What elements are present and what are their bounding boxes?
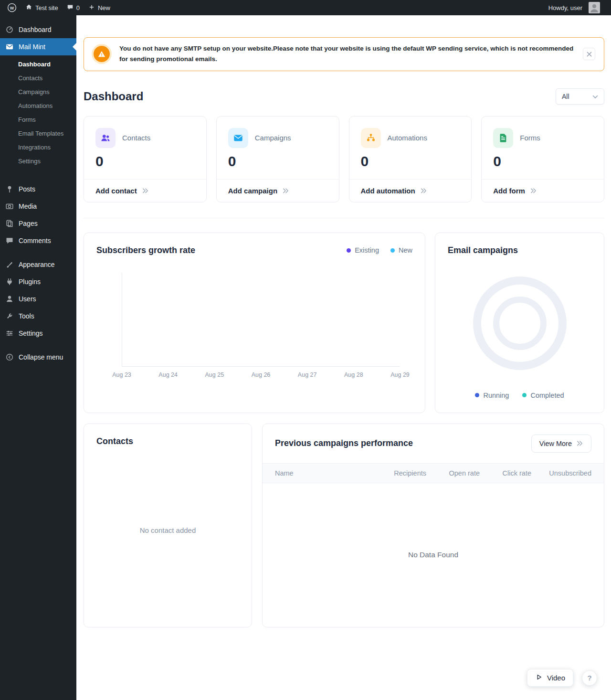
sidebar-item-comments[interactable]: Comments (0, 232, 76, 249)
sidebar-item-collapse-menu[interactable]: Collapse menu (0, 349, 76, 366)
new-label: New (98, 4, 110, 11)
sidebar-subitem-dashboard[interactable]: Dashboard (0, 57, 76, 71)
x-axis-label: Aug 26 (252, 371, 271, 378)
email-campaigns-donut (473, 276, 567, 370)
campaigns-table-header: Name Recipients Open rate Click rate Uns… (263, 463, 604, 483)
sidebar-item-media[interactable]: Media (0, 198, 76, 215)
sidebar-subitem-campaigns[interactable]: Campaigns (0, 85, 76, 99)
admin-bar-comments[interactable]: 0 (63, 0, 84, 15)
tools-icon (5, 311, 14, 321)
subscribers-growth-card: Subscribers growth rate Existing New (84, 233, 425, 413)
close-icon[interactable] (583, 48, 595, 60)
sidebar-item-users[interactable]: Users (0, 290, 76, 308)
wp-admin-bar: W Test site 0 New Howdy, user (0, 0, 611, 15)
stat-action-label: Add form (493, 187, 525, 195)
legend-label: Running (483, 392, 509, 399)
stat-card-forms: Forms 0 Add form (481, 116, 604, 202)
sidebar-subitem-settings[interactable]: Settings (0, 154, 76, 168)
sidebar-item-settings[interactable]: Settings (0, 325, 76, 342)
growth-chart-legend: Existing New (347, 246, 412, 254)
column-header-open-rate: Open rate (426, 469, 480, 477)
legend-dot (390, 248, 395, 253)
sidebar-item-dashboard[interactable]: Dashboard (0, 21, 76, 38)
sidebar-subitem-integrations[interactable]: Integrations (0, 140, 76, 154)
email-campaigns-card: Email campaigns Running Completed (435, 233, 604, 413)
x-axis-label: Aug 25 (205, 371, 224, 378)
sidebar-item-tools[interactable]: Tools (0, 308, 76, 325)
help-button[interactable]: ? (582, 670, 597, 686)
add-automation-button[interactable]: Add automation (349, 179, 472, 202)
play-icon (535, 673, 543, 682)
column-header-name: Name (275, 469, 374, 477)
sidebar-item-mail-mint[interactable]: Mail Mint (0, 38, 76, 55)
legend-dot (347, 248, 351, 253)
legend-item-new: New (390, 246, 412, 254)
plus-icon (88, 4, 95, 12)
column-header-recipients: Recipients (374, 469, 426, 477)
column-header-unsubscribed: Unsubscribed (531, 469, 591, 477)
sidebar-item-posts[interactable]: Posts (0, 180, 76, 198)
contacts-empty-state: No contact added (96, 446, 239, 615)
menu-separator (0, 342, 76, 349)
notice-text: You do not have any SMTP setup on your w… (119, 43, 575, 65)
sidebar-item-label: Tools (19, 312, 34, 320)
collapse-icon (5, 352, 14, 362)
admin-bar-account[interactable]: Howdy, user (544, 0, 604, 15)
legend-item-existing: Existing (347, 246, 379, 254)
stat-card-contacts: Contacts 0 Add contact (84, 116, 207, 202)
add-campaign-button[interactable]: Add campaign (217, 179, 339, 202)
double-chevron-icon (530, 188, 537, 194)
email-campaigns-title: Email campaigns (448, 245, 518, 255)
sidebar-item-plugins[interactable]: Plugins (0, 273, 76, 290)
users-icon (5, 294, 14, 304)
howdy-text: Howdy, user (548, 4, 582, 11)
svg-text:W: W (10, 6, 14, 11)
admin-bar-new[interactable]: New (84, 0, 115, 15)
growth-chart-plot-area (122, 273, 400, 367)
double-chevron-icon (576, 440, 583, 446)
pages-icon (5, 219, 14, 228)
stat-label: Forms (520, 134, 540, 142)
settings-icon (5, 329, 14, 338)
sidebar-subitem-automations[interactable]: Automations (0, 99, 76, 113)
view-more-button[interactable]: View More (531, 435, 591, 453)
x-axis-label: Aug 28 (344, 371, 363, 378)
contacts-card-title: Contacts (96, 436, 239, 446)
main-content: You do not have any SMTP setup on your w… (76, 15, 611, 700)
legend-label: Completed (530, 392, 564, 399)
growth-chart-title: Subscribers growth rate (96, 245, 195, 255)
charts-row: Subscribers growth rate Existing New (84, 233, 604, 413)
sidebar-subitem-forms[interactable]: Forms (0, 113, 76, 127)
legend-item-completed: Completed (522, 392, 564, 399)
sidebar-subitem-email-templates[interactable]: Email Templates (0, 127, 76, 140)
admin-bar-site-link[interactable]: Test site (21, 0, 63, 15)
menu-separator (0, 174, 76, 180)
sidebar-item-label: Comments (19, 237, 51, 244)
forms-icon (493, 128, 513, 148)
add-contact-button[interactable]: Add contact (84, 179, 206, 202)
view-more-label: View More (539, 440, 572, 447)
legend-dot (522, 393, 527, 397)
column-header-click-rate: Click rate (480, 469, 531, 477)
sidebar-subitem-contacts[interactable]: Contacts (0, 71, 76, 85)
x-axis-label: Aug 24 (158, 371, 178, 378)
bottom-row: Contacts No contact added Previous campa… (84, 424, 604, 627)
dashboard-filter-select[interactable]: All (556, 88, 604, 105)
stat-action-label: Add campaign (228, 187, 277, 195)
add-form-button[interactable]: Add form (482, 179, 604, 202)
stats-row: Contacts 0 Add contact Campaigns (84, 116, 604, 202)
stat-value: 0 (95, 154, 195, 169)
page-header: Dashboard All (84, 88, 604, 105)
dashboard-icon (5, 25, 14, 34)
wordpress-logo-icon[interactable]: W (3, 0, 21, 15)
admin-sidebar: Dashboard Mail Mint Dashboard Contacts C… (0, 15, 76, 700)
sidebar-item-pages[interactable]: Pages (0, 215, 76, 232)
floating-buttons: Video ? (527, 669, 597, 687)
stat-value: 0 (493, 154, 592, 169)
sidebar-item-appearance[interactable]: Appearance (0, 256, 76, 273)
email-campaigns-legend: Running Completed (448, 392, 591, 400)
legend-label: New (399, 246, 412, 254)
contacts-icon (95, 128, 116, 148)
video-button[interactable]: Video (527, 669, 573, 687)
x-axis-label: Aug 29 (390, 371, 410, 378)
